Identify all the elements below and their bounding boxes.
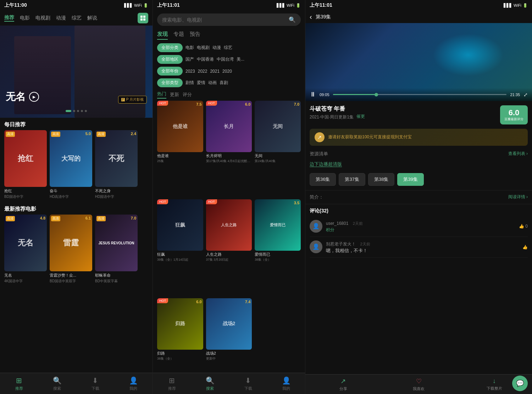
filter-all-year[interactable]: 全部年份 — [157, 67, 183, 76]
bottom-nav-recommend-p1[interactable]: ⊞ 推荐 — [0, 373, 38, 394]
filter-romance[interactable]: 爱情 — [197, 80, 205, 86]
play-pause-btn[interactable]: ⏸ — [310, 91, 316, 98]
ep-btn-37[interactable]: 第37集 — [339, 173, 365, 186]
nav-explain[interactable]: 解说 — [87, 15, 97, 21]
comment-fab-btn[interactable]: 💬 — [512, 376, 528, 391]
movie-img-0: 抢红 高清 — [4, 130, 47, 187]
filter-2021[interactable]: 2021 — [210, 69, 220, 74]
ep-btn-39[interactable]: 第39集 — [397, 173, 423, 186]
bottom-nav-download-p2[interactable]: ⬇ 下载 — [229, 373, 267, 394]
bottom-nav-p2: ⊞ 推荐 🔍 搜索 ⬇ 下载 👤 我的 — [153, 373, 305, 394]
quality-link[interactable]: 边下边播超清版 — [310, 161, 342, 167]
panel-search: 上午11:01 ▋▋▋ WiFi 🔋 🔍 发现 专题 预告 全部分类 电影 电视… — [153, 0, 305, 394]
movie-card-0[interactable]: 抢红 高清 抢红 BD国语中字 — [4, 130, 47, 199]
nav-variety[interactable]: 综艺 — [72, 15, 82, 21]
filter-2023[interactable]: 2023 — [185, 69, 195, 74]
newest-hd-1: 高清 — [51, 216, 60, 221]
content-card-0[interactable]: 他是谁 HOT 7.5 他是谁 25集 — [157, 101, 203, 196]
content-card-3[interactable]: 狂飙 HOT 狂飙 39集（全）1月14日起 — [157, 199, 203, 295]
wifi-icon-p1: WiFi — [134, 3, 142, 7]
filter-us[interactable]: 美... — [237, 56, 244, 62]
hot-badge-1: HOT — [206, 101, 217, 106]
hero-play-btn[interactable]: ▶ — [29, 92, 39, 102]
search-bar[interactable]: 🔍 — [157, 13, 301, 26]
fullscreen-btn[interactable]: ⤢ — [523, 92, 528, 98]
filter-movie[interactable]: 电影 — [185, 45, 194, 51]
invite-banner[interactable]: ↗ 邀请好友获取奖励100元可直接提现到支付宝 — [310, 129, 528, 146]
filter-variety[interactable]: 综艺 — [224, 45, 232, 51]
discover-tab-1[interactable]: 专题 — [173, 31, 184, 40]
remind-more-link[interactable]: 催更 — [356, 113, 365, 120]
bottom-nav-mine-p2[interactable]: 👤 我的 — [267, 373, 305, 394]
hero-title: 无名 ▶ — [6, 90, 39, 104]
newest-card-2[interactable]: JESUS REVOLUTION 高清 7.0 耶稣革命 BD中英双字幕 — [95, 215, 138, 284]
search-input[interactable] — [162, 17, 286, 23]
nav-anime[interactable]: 动漫 — [56, 15, 66, 21]
view-list-link[interactable]: 查看列表 › — [508, 151, 528, 157]
show-title: 斗破苍穹 年番 — [310, 105, 365, 113]
detail-scroll[interactable]: ⏸ 09:05 21:35 ⤢ 斗破苍穹 年番 2021·中国·周日更新1集 催… — [305, 23, 532, 374]
grid-menu-btn[interactable] — [138, 13, 148, 23]
avatar-1: 👤 — [310, 240, 322, 253]
bottom-nav-download-p1[interactable]: ⬇ 下载 — [76, 373, 115, 394]
newest-card-0[interactable]: 无名 高清 4.8 无名 4K国语中字 — [4, 215, 47, 284]
filter-2022[interactable]: 2022 — [198, 69, 207, 74]
filter-drama[interactable]: 剧情 — [185, 80, 194, 86]
filter-hk[interactable]: 中国香港 — [197, 56, 214, 62]
nav-tv[interactable]: 电视剧 — [35, 15, 50, 21]
like-btn-0[interactable]: 👍 0 — [519, 220, 528, 233]
comment-meta-0: user_16801 2天前 积分 — [326, 220, 515, 233]
like-action-btn[interactable]: ♡ 我喜欢 — [381, 374, 456, 394]
progress-bar[interactable] — [333, 94, 507, 95]
filter-anime[interactable]: 动漫 — [212, 45, 221, 51]
hero-title-area: 无名 ▶ — [6, 90, 39, 104]
mine-icon-p1: 👤 — [129, 376, 138, 385]
movie-card-2[interactable]: 不死 高清 2.4 不死之身 HD国语中字 — [95, 130, 138, 199]
filter-comedy[interactable]: 喜剧 — [220, 80, 228, 86]
comment-text-1: 嗯，我相信，不卡！ — [326, 248, 367, 253]
content-card-2[interactable]: 无间 7.0 无间 第24集/共40集 — [255, 101, 301, 196]
sort-new[interactable]: 更新 — [170, 91, 179, 98]
invite-text: 邀请好友获取奖励100元可直接提现到支付宝 — [328, 134, 412, 140]
newest-img-0: 无名 高清 4.8 — [4, 215, 47, 271]
hero-banner[interactable]: 无名 ▶ 🅿 P 月片影视 — [0, 26, 153, 118]
video-player[interactable]: ⏸ 09:05 21:35 ⤢ — [305, 23, 532, 101]
discover-tab-0[interactable]: 发现 — [157, 31, 168, 40]
comment-item-1: 👤 别惹老子发火！ 2天前 嗯，我相信，不卡！ 👍 — [310, 237, 528, 258]
like-btn-1[interactable]: 👍 — [522, 240, 528, 254]
filter-tw[interactable]: 中国台湾 — [217, 56, 234, 62]
signal-icon-p3: ▋▋▋ — [504, 3, 512, 8]
ep-btn-36[interactable]: 第36集 — [310, 173, 336, 186]
filter-all-type[interactable]: 全部类型 — [157, 78, 183, 87]
bottom-nav-search-p1[interactable]: 🔍 搜索 — [38, 373, 77, 394]
back-button[interactable]: ‹ — [310, 13, 312, 21]
filter-2020[interactable]: 2020 — [222, 69, 232, 74]
filter-all-region[interactable]: 全部地区 — [157, 55, 183, 64]
search-label-p2: 搜索 — [206, 386, 214, 391]
movie-card-1[interactable]: 大写的 高清 5.0 奋斗 HD高清中字 — [50, 130, 92, 199]
recommend-icon-p1: ⊞ — [16, 376, 22, 385]
filter-domestic[interactable]: 国产 — [185, 56, 194, 62]
mine-icon-p2: 👤 — [282, 376, 291, 385]
read-more-link[interactable]: 阅读详情 › — [508, 194, 528, 200]
bottom-nav-recommend-p2[interactable]: ⊞ 推荐 — [153, 373, 191, 394]
bottom-nav-search-p2[interactable]: 🔍 搜索 — [191, 373, 229, 394]
ep-btn-38[interactable]: 第38集 — [368, 173, 394, 186]
content-card-1[interactable]: 长月 HOT 6.0 长月烬明 第17集/共40集 4月6日起优酷独播 — [206, 101, 252, 196]
filter-tv[interactable]: 电视剧 — [197, 45, 210, 51]
sort-score[interactable]: 评分 — [183, 91, 192, 98]
hero-figure-right — [74, 26, 145, 118]
nav-recommend[interactable]: 推荐 — [4, 15, 14, 22]
content-card-4[interactable]: 人生之路 HOT 人生之路 37集 3月20日起 — [206, 199, 252, 295]
sort-hot[interactable]: 热门 — [157, 91, 166, 99]
content-card-5[interactable]: 爱情而已 3.5 爱情而已 38集（全） — [255, 199, 301, 295]
share-btn[interactable]: ↗ 分享 — [305, 374, 381, 394]
bottom-nav-mine-p1[interactable]: 👤 我的 — [115, 373, 153, 394]
discover-tab-2[interactable]: 预告 — [190, 31, 200, 40]
filter-all-category[interactable]: 全部分类 — [157, 43, 183, 52]
nav-movie[interactable]: 电影 — [20, 15, 30, 21]
newest-card-1[interactable]: 雷霆 高清 6.1 雷霆沙赞！众... BD国语中英双字 — [50, 215, 92, 284]
share-circle-icon: ↗ — [315, 132, 325, 142]
filter-animation[interactable]: 动画 — [208, 80, 217, 86]
like-action-label: 我喜欢 — [413, 386, 425, 392]
